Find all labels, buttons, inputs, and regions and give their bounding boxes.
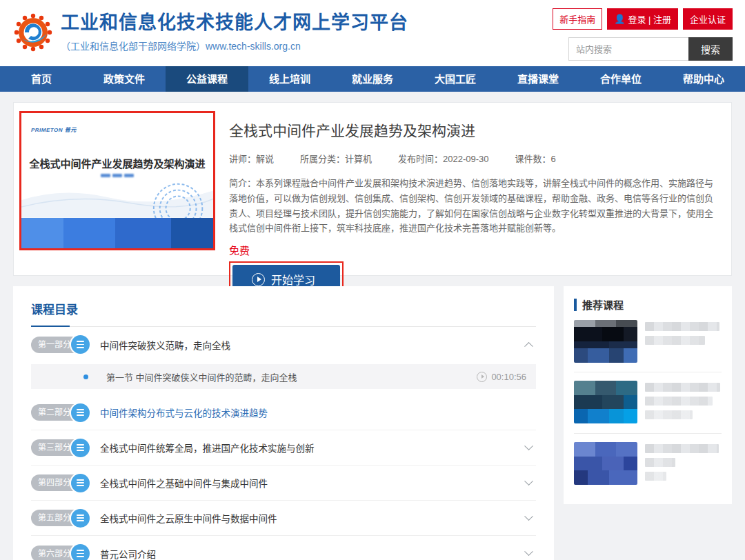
brand-block: 工业和信息化技术技能人才网上学习平台 （工业和信息化部干部网络学院）www.te…	[61, 11, 408, 52]
nav-item-employment[interactable]: 就业服务	[331, 66, 414, 92]
chevron-down-icon	[524, 477, 533, 486]
recommended-thumbnail-blurred	[574, 442, 637, 485]
course-title: 全栈式中间件产业发展趋势及架构演进	[229, 119, 716, 140]
nav-item-policy[interactable]: 政策文件	[83, 66, 166, 92]
course-detail-card: PRIMETON 普元 全栈式中间件产业发展趋势及架构演进 全栈式中间件产业发展…	[13, 102, 732, 276]
list-icon	[71, 474, 90, 492]
recommended-text-blurred	[645, 320, 722, 363]
catalog-section-2[interactable]: 第二部分 中间件架构分布式与云化的技术演进趋势	[31, 395, 536, 430]
main-nav: 首页 政策文件 公益课程 线上培训 就业服务 大国工匠 直播课堂 合作单位 帮助…	[0, 66, 745, 92]
header-right: 新手指南 👤登录 | 注册 企业认证 搜索	[568, 8, 733, 61]
site-search: 搜索	[568, 37, 733, 61]
nav-item-partners[interactable]: 合作单位	[579, 66, 662, 92]
catalog-section-3[interactable]: 第三部分 全栈式中间件统筹全局，推进国产化技术实施与创新	[31, 430, 536, 466]
catalog-section-4[interactable]: 第四部分 全栈式中间件之基础中间件与集成中间件	[31, 466, 536, 501]
play-icon	[252, 273, 265, 286]
meta-publish-date: 发布时间：2022-09-30	[398, 152, 489, 165]
chevron-up-icon	[524, 342, 533, 351]
nav-item-home[interactable]: 首页	[0, 66, 83, 92]
enterprise-auth-button[interactable]: 企业认证	[683, 8, 733, 30]
recommended-title-row: 推荐课程	[574, 297, 722, 312]
lesson-title: 第一节 中间件突破侠义中间件的范畴，走向全栈	[106, 370, 297, 383]
header-buttons: 新手指南 👤登录 | 注册 企业认证	[568, 8, 733, 30]
list-icon	[71, 335, 90, 354]
play-circle-icon	[477, 372, 487, 382]
page-content: PRIMETON 普元 全栈式中间件产业发展趋势及架构演进 全栈式中间件产业发展…	[0, 92, 745, 560]
lesson-duration: 00:10:56	[477, 372, 526, 382]
course-description: 简介：本系列课程融合中间件产业发展和架构技术演进趋势、信创落地实践等，讲解全栈式…	[229, 176, 716, 236]
catalog-section-6[interactable]: 第六部分 普元公司介绍	[31, 536, 536, 560]
user-icon: 👤	[614, 14, 625, 24]
price-label: 免费	[229, 243, 716, 257]
course-thumbnail-highlighted: PRIMETON 普元 全栈式中间件产业发展趋势及架构演进	[19, 111, 215, 250]
section-title: 全栈式中间件之基础中间件与集成中间件	[100, 476, 268, 490]
nav-item-public-courses[interactable]: 公益课程	[166, 66, 248, 92]
nav-item-live-class[interactable]: 直播课堂	[497, 66, 579, 92]
meta-category: 所属分类：计算机	[300, 152, 372, 165]
login-register-button[interactable]: 👤登录 | 注册	[607, 8, 678, 30]
guide-button[interactable]: 新手指南	[553, 8, 602, 30]
catalog-divider	[31, 326, 536, 327]
list-icon	[71, 544, 90, 560]
search-input[interactable]	[568, 37, 688, 61]
nav-item-craftsman[interactable]: 大国工匠	[414, 66, 497, 92]
search-button[interactable]: 搜索	[688, 37, 733, 61]
site-subtitle: （工业和信息化部干部网络学院）www.tech-skills.org.cn	[61, 39, 408, 52]
meta-lesson-count: 课件数：6	[515, 152, 556, 165]
nav-item-help[interactable]: 帮助中心	[662, 66, 745, 92]
list-icon	[71, 403, 90, 422]
recommended-thumbnail-blurred	[574, 320, 637, 363]
site-header: 工业和信息化技术技能人才网上学习平台 （工业和信息化部干部网络学院）www.te…	[0, 0, 745, 66]
section-badge: 第五部分	[31, 509, 90, 528]
list-icon	[71, 439, 90, 457]
chevron-down-icon	[524, 547, 533, 556]
recommended-title: 推荐课程	[582, 297, 624, 312]
thumbnail-brand-logo: PRIMETON 普元	[31, 126, 77, 133]
section-title: 全栈式中间件之云原生中间件与数据中间件	[100, 511, 277, 525]
chevron-down-icon	[524, 512, 533, 521]
thumbnail-bottom-bars	[21, 218, 213, 248]
section-title: 中间件突破狭义范畴，走向全栈	[100, 338, 230, 352]
chevron-down-icon	[524, 441, 533, 450]
recommended-item-3[interactable]	[574, 434, 722, 494]
title-accent-bar	[574, 299, 577, 311]
meta-lecturer: 讲师：解说	[229, 152, 274, 165]
section-badge: 第六部分	[31, 544, 90, 560]
section-badge: 第四部分	[31, 474, 90, 492]
recommended-courses-card: 推荐课程	[564, 286, 732, 504]
nav-item-online-training[interactable]: 线上培训	[248, 66, 331, 92]
section-badge: 第三部分	[31, 439, 90, 457]
recommended-item-1[interactable]	[574, 312, 722, 372]
gear-logo-icon	[11, 10, 55, 54]
site-title: 工业和信息化技术技能人才网上学习平台	[61, 11, 408, 34]
catalog-section-5[interactable]: 第五部分 全栈式中间件之云原生中间件与数据中间件	[31, 501, 536, 536]
section-badge: 第一部分	[31, 335, 90, 354]
bullet-dot-icon	[83, 374, 88, 379]
list-icon	[71, 509, 90, 528]
section-title: 全栈式中间件统筹全局，推进国产化技术实施与创新	[100, 441, 315, 454]
lesson-row-1[interactable]: 第一节 中间件突破侠义中间件的范畴，走向全栈 00:10:56	[31, 364, 536, 389]
recommended-text-blurred	[645, 442, 722, 486]
section-title: 中间件架构分布式与云化的技术演进趋势	[100, 406, 268, 419]
course-meta: 讲师：解说 所属分类：计算机 发布时间：2022-09-30 课件数：6	[229, 152, 716, 165]
lower-area: 课程目录 第一部分 中间件突破狭义范畴，走向全栈 第一节 中间件突破侠义中间件的…	[13, 286, 732, 560]
recommended-thumbnail-blurred	[574, 381, 637, 423]
section-title: 普元公司介绍	[100, 547, 156, 560]
site-logo[interactable]	[11, 10, 55, 54]
course-catalog-card: 课程目录 第一部分 中间件突破狭义范畴，走向全栈 第一节 中间件突破侠义中间件的…	[13, 286, 554, 560]
thumbnail-title: 全栈式中间件产业发展趋势及架构演进	[21, 156, 213, 170]
catalog-section-1[interactable]: 第一部分 中间件突破狭义范畴，走向全栈	[31, 327, 536, 362]
course-info: 全栈式中间件产业发展趋势及架构演进 讲师：解说 所属分类：计算机 发布时间：20…	[215, 111, 720, 267]
section-badge: 第二部分	[31, 403, 90, 422]
recommended-item-2[interactable]	[574, 372, 722, 434]
recommended-text-blurred	[645, 381, 722, 424]
catalog-title: 课程目录	[31, 300, 536, 317]
